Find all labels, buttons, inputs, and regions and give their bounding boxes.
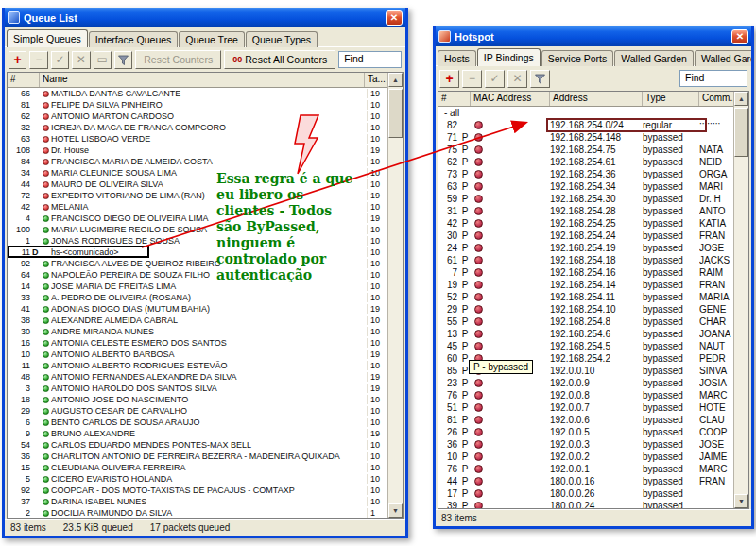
tab-ip-bindings[interactable]: IP Bindings <box>477 48 541 66</box>
col-number[interactable]: # <box>8 73 40 87</box>
col-address[interactable]: Address <box>550 92 643 106</box>
table-row[interactable]: 29AUGUSTO CESAR DE CARVALHO10 <box>8 405 387 417</box>
table-row[interactable]: 59P192.168.254.30bypassedDr. H <box>438 193 733 205</box>
table-row[interactable]: 82192.168.254.0/24regular:::::::: <box>438 119 733 131</box>
scroll-thumb[interactable] <box>734 108 748 157</box>
table-row[interactable]: 15CLEUDIANA OLIVEIRA FERREIRA10 <box>8 462 387 473</box>
table-row[interactable]: 13P192.168.254.6bypassedJOANA <box>438 328 733 340</box>
enable-button[interactable]: ✓ <box>485 70 505 88</box>
queue-scrollbar[interactable]: ▲ ▼ <box>387 73 403 518</box>
table-row[interactable]: 108Dr. House19 <box>8 145 387 156</box>
table-row[interactable]: 92COOPCAR - DOS MOTO-TAXISTAS DE PACAJUS… <box>8 485 387 496</box>
table-row[interactable]: 48ANTONIO FERNANDES ALEXANDRE DA SILVA19 <box>8 371 387 383</box>
table-row[interactable]: 33A. PEDRO DE OLIVEIRA (ROSANA)10 <box>8 292 387 303</box>
table-row[interactable]: 42MELANIA10 <box>8 201 387 213</box>
table-row[interactable]: 54CARLOS EDUARDO MENDES PONTES-MAX BELL1… <box>8 439 387 451</box>
table-row[interactable]: 14JOSE MARIA DE FREITAS LIMA10 <box>8 281 387 292</box>
tab-queue-types[interactable]: Queue Types <box>246 31 318 47</box>
tab-queue-tree[interactable]: Queue Tree <box>179 31 244 47</box>
table-row[interactable]: 71P192.168.254.148bypassed <box>438 131 733 144</box>
table-row[interactable]: 29P192.168.254.10bypassedGENE <box>438 303 733 316</box>
table-row[interactable]: 4FRANCISCO DIEGO DE OLIVEIRA LIMA19 <box>8 213 387 224</box>
filter-icon[interactable] <box>530 70 550 88</box>
table-row[interactable]: 62ANTONIO MARTON CARDOSO10 <box>8 111 387 122</box>
col-name[interactable]: Name <box>40 73 365 87</box>
table-row[interactable]: 63HOTEL LISBOAO VERDE10 <box>8 133 387 145</box>
table-row[interactable]: 51P192.0.0.7bypassedHOTE <box>438 401 733 414</box>
find-input[interactable]: Find <box>679 70 747 87</box>
table-row[interactable]: 45P192.168.254.5bypassedNAUT <box>438 340 733 352</box>
table-row[interactable]: 36P192.0.0.3bypassedJOSE <box>438 438 733 451</box>
find-input[interactable]: Find <box>338 51 402 68</box>
table-row[interactable]: 84FRANCISCA MARIA DE ALMEIDA COSTA10 <box>8 156 387 167</box>
table-row[interactable]: 44MAURO DE OLIVEIRA SILVA10 <box>8 179 387 190</box>
remove-button[interactable]: − <box>462 70 482 88</box>
scroll-down-icon[interactable]: ▼ <box>388 503 403 518</box>
table-row[interactable]: 42P192.168.254.25bypassedKATIA <box>438 217 733 230</box>
tab-hosts[interactable]: Hosts <box>438 50 476 66</box>
table-row[interactable]: 92FRANCISCA ALVES DE QUEIROZ RIBEIRO10 <box>8 258 387 269</box>
table-row[interactable]: 2DOCILIA RAIMUNDO DA SILVA1 <box>8 507 387 518</box>
table-row[interactable]: 1JONAS RODRIGUES DE SOUSA10 <box>8 235 387 247</box>
table-row[interactable]: 24P192.168.254.19bypassedJOSE <box>438 242 733 254</box>
filter-icon[interactable] <box>114 51 132 69</box>
table-row[interactable]: 81FELIPE DA SILVA PINHEIRO10 <box>8 99 387 111</box>
tab-interface-queues[interactable]: Interface Queues <box>89 31 179 47</box>
col-comment[interactable]: Comm... <box>699 92 733 106</box>
table-row[interactable]: 66MATILDA DANTAS CAVALCANTE19 <box>8 88 387 99</box>
table-row[interactable]: 6BENTO CARLOS DE SOUSA ARAUJO10 <box>8 417 387 428</box>
scroll-up-icon[interactable]: ▲ <box>734 92 748 106</box>
table-row[interactable]: 9BRUNO ALEXANDRE19 <box>8 428 387 439</box>
disable-button[interactable]: ✕ <box>72 51 90 69</box>
table-row[interactable]: 44P180.0.0.16bypassedFRAN <box>438 475 733 487</box>
table-row[interactable]: 100MARIA LUCIMEIRE REGILO DE SOUSA10 <box>8 224 387 235</box>
table-row[interactable]: 26P192.0.0.5bypassedCOOP <box>438 426 733 438</box>
scroll-thumb[interactable] <box>388 89 403 138</box>
enable-button[interactable]: ✓ <box>51 51 69 69</box>
table-row[interactable]: 11ANTONIO ALBERTO RODRIGUES ESTEVÃO10 <box>8 360 387 371</box>
reset-counters-button[interactable]: Reset Counters <box>135 50 221 69</box>
table-row[interactable]: 36CHARLITON ANTONIO DE FERREIRA BEZERRA … <box>8 451 387 462</box>
table-row[interactable]: 17P180.0.0.26bypassed <box>438 487 733 500</box>
table-row[interactable]: 18ANTONIO JOSE DO NASCIMENTO10 <box>8 394 387 405</box>
tab-walled-garden-ip-list[interactable]: Walled Garden IP List <box>695 50 751 66</box>
table-row[interactable]: 30ANDRE MIRANDA NUNES10 <box>8 326 387 337</box>
table-row[interactable]: 23P192.0.0.9bypassedJOSIA <box>438 377 733 389</box>
table-row[interactable]: 34MARIA CLEUNICE SOUSA LIMA10 <box>8 167 387 179</box>
col-number[interactable]: # <box>438 92 471 106</box>
table-row[interactable]: 10P192.0.0.2bypassedJAIME <box>438 451 733 463</box>
add-button[interactable]: + <box>439 70 459 88</box>
table-row[interactable]: 7P192.168.254.16bypassedRAIM <box>438 266 733 279</box>
table-row[interactable]: 55P192.168.254.8bypassedCHAR <box>438 316 733 328</box>
comment-button[interactable]: ▭ <box>94 51 112 69</box>
reset-all-counters-button[interactable]: 00 Reset All Counters <box>224 50 335 69</box>
table-row[interactable]: - all <box>438 107 733 119</box>
table-row[interactable]: 64NAPOLEÃO PEREIRA DE SOUZA FILHO10 <box>8 269 387 281</box>
table-row[interactable]: 38ALEXANDRE ALMEIDA CABRAL10 <box>8 315 387 326</box>
table-row[interactable]: 30P192.168.254.24bypassedFRAN <box>438 230 733 242</box>
queue-window-titlebar[interactable]: Queue List ✕ <box>5 8 405 27</box>
col-mac[interactable]: MAC Address <box>471 92 550 106</box>
tab-service-ports[interactable]: Service Ports <box>541 50 613 66</box>
hotspot-window-titlebar[interactable]: Hotspot ✕ <box>436 26 751 46</box>
table-row[interactable]: 41ADONIAS DIOGO DIAS (MUTUM BAHIA)19 <box>8 303 387 315</box>
remove-button[interactable]: − <box>29 51 47 69</box>
table-row[interactable]: 19P192.168.254.14bypassedFRAN <box>438 279 733 291</box>
col-target[interactable]: Ta... <box>365 73 387 87</box>
table-row[interactable]: 37DARINA ISABEL NUNES10 <box>8 496 387 507</box>
table-row[interactable]: 76P192.0.0.1bypassedMARC <box>438 463 733 475</box>
table-row[interactable]: 81P192.0.0.6bypassedCLAU <box>438 414 733 426</box>
close-icon[interactable]: ✕ <box>386 10 403 26</box>
tab-simple-queues[interactable]: Simple Queues <box>7 29 88 47</box>
table-row[interactable]: 73P192.168.254.36bypassedORGA <box>438 168 733 180</box>
table-row[interactable]: 32IGREJA DA MACA DE FRANCA COMPCORO10 <box>8 122 387 133</box>
table-row[interactable]: 75P192.168.254.75bypassedNATA <box>438 144 733 156</box>
scroll-track[interactable] <box>734 106 748 494</box>
table-row[interactable]: 16ANTONIA CELESTE ESMERO DOS SANTOS10 <box>8 337 387 349</box>
scroll-up-icon[interactable]: ▲ <box>388 73 403 87</box>
table-row[interactable]: 52P192.168.254.11bypassedMARIA <box>438 291 733 303</box>
table-row[interactable]: 61P192.168.254.18bypassedJACKS <box>438 254 733 266</box>
table-row[interactable]: 39P180.0.0.24bypassed <box>438 500 733 508</box>
table-row[interactable]: 76P192.0.0.8bypassedMARC <box>438 389 733 401</box>
table-row[interactable]: 5CICERO EVARISTO HOLANDA10 <box>8 473 387 485</box>
